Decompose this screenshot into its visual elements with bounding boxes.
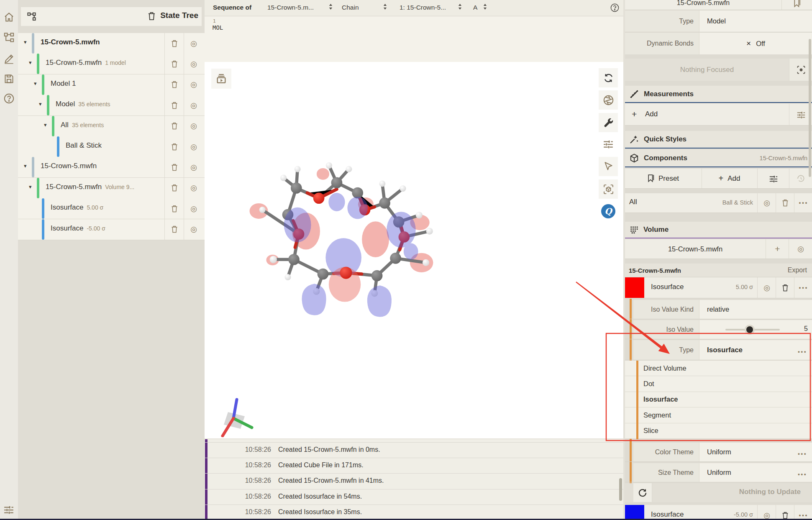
components-section-header[interactable]: Components 15-Crown-5.mwfn: [625, 149, 812, 167]
size-theme-more-button[interactable]: ●●●: [798, 470, 807, 477]
edit-icon[interactable]: [3, 53, 15, 64]
add-component-button[interactable]: + Add: [702, 169, 758, 188]
color-theme-value[interactable]: Uniform: [699, 443, 812, 461]
expand-caret-icon[interactable]: ▾: [39, 101, 42, 107]
row-label[interactable]: 15-Crown-5.mwfn: [41, 38, 103, 46]
tree-row[interactable]: Ball & Stick◎: [18, 136, 205, 157]
row-label[interactable]: 15-Crown-5.mwfn: [41, 162, 100, 170]
type-param-row[interactable]: Type Isosurface ●●●: [625, 340, 812, 360]
component-delete-button[interactable]: [776, 193, 794, 213]
volume-export-button[interactable]: Export: [788, 266, 807, 274]
viewport-3d[interactable]: Q: [205, 62, 623, 438]
updown-arrows-icon[interactable]: [329, 4, 333, 10]
sequence-mode-dropdown[interactable]: Chain: [342, 4, 359, 11]
row-visibility-button[interactable]: ◎: [184, 116, 203, 136]
iso-value-slider-knob[interactable]: [746, 326, 753, 333]
sequence-chain-dropdown[interactable]: A: [473, 4, 477, 11]
iso-value-number[interactable]: 5: [804, 325, 808, 333]
row-visibility-button[interactable]: ◎: [184, 54, 203, 74]
isosurface-more-button[interactable]: ●●●: [794, 277, 812, 298]
preset-button[interactable]: Preset: [625, 169, 702, 188]
settings-button[interactable]: [599, 134, 618, 154]
updown-arrows-icon[interactable]: [483, 4, 487, 10]
measurements-section-header[interactable]: Measurements: [625, 86, 812, 103]
expand-caret-icon[interactable]: ▾: [44, 122, 47, 128]
row-label[interactable]: 15-Crown-5.mwfn1 model: [46, 59, 126, 67]
type-param-value[interactable]: Isosurface: [699, 340, 812, 360]
type-option-dot[interactable]: Dot: [625, 376, 812, 392]
sequence-entity-dropdown[interactable]: 15-Crown-5.m...: [267, 4, 314, 11]
snapshot-button[interactable]: [211, 69, 231, 89]
row-visibility-button[interactable]: ◎: [184, 157, 203, 177]
expand-caret-icon[interactable]: ▾: [29, 184, 32, 190]
component-options-button[interactable]: [757, 169, 789, 188]
row-visibility-button[interactable]: ◎: [184, 198, 203, 219]
row-label[interactable]: Isosurface5.00 σ: [51, 203, 103, 212]
row-delete-button[interactable]: [164, 116, 184, 136]
iso-value-kind-value[interactable]: relative: [699, 300, 812, 319]
row-delete-button[interactable]: [164, 54, 184, 74]
updown-arrows-icon[interactable]: [383, 4, 387, 10]
row-label[interactable]: All35 elements: [61, 121, 104, 129]
right-panel-scrollbar[interactable]: [809, 39, 811, 177]
type-more-button[interactable]: ●●●: [798, 347, 807, 355]
save-icon[interactable]: [3, 73, 15, 85]
quick-styles-section-header[interactable]: Quick Styles: [625, 131, 812, 149]
dynamic-bonds-toggle[interactable]: × Off: [699, 33, 812, 54]
isosurface-delete-button[interactable]: [776, 277, 794, 298]
tree-row[interactable]: ▾15-Crown-5.mwfn◎: [18, 33, 205, 54]
row-delete-button[interactable]: [164, 157, 184, 177]
reset-camera-button[interactable]: [599, 68, 618, 87]
type-option-slice[interactable]: Slice: [625, 423, 812, 439]
type-option-isosurface[interactable]: Isosurface: [625, 392, 812, 407]
row-visibility-button[interactable]: ◎: [184, 74, 203, 95]
tree-row[interactable]: ▾All35 elements◎: [18, 116, 205, 137]
clear-state-trash-icon[interactable]: [148, 12, 156, 20]
row-delete-button[interactable]: [164, 95, 184, 115]
isosurface-delete-button[interactable]: [776, 505, 794, 520]
tree-row[interactable]: Isosurface-5.00 σ◎: [18, 219, 205, 240]
isosurface-negative-row[interactable]: Isosurface -5.00 σ ◎ ●●●: [625, 505, 812, 520]
component-visibility-button[interactable]: ◎: [757, 193, 776, 213]
volume-visibility-button[interactable]: ◎: [789, 239, 812, 259]
hierarchy-icon[interactable]: [3, 32, 15, 43]
expand-caret-icon[interactable]: ▾: [34, 80, 37, 87]
quick-help-button[interactable]: Q: [599, 202, 618, 221]
row-visibility-button[interactable]: ◎: [184, 219, 203, 240]
row-delete-button[interactable]: [164, 178, 184, 198]
sequence-help-icon[interactable]: [610, 3, 620, 13]
isosurface-positive-row[interactable]: Isosurface 5.00 σ ◎ ●●●: [625, 277, 812, 298]
size-theme-value[interactable]: Uniform: [699, 463, 812, 482]
row-delete-button[interactable]: [164, 33, 184, 54]
isosurface-visibility-button[interactable]: ◎: [757, 277, 776, 298]
expand-caret-icon[interactable]: ▾: [24, 163, 27, 169]
row-label[interactable]: Model35 elements: [56, 100, 110, 108]
volume-add-button[interactable]: +: [766, 239, 789, 259]
row-label[interactable]: Model 1: [51, 79, 79, 88]
settings-sliders-icon[interactable]: [3, 504, 15, 515]
row-delete-button[interactable]: [164, 219, 184, 240]
row-delete-button[interactable]: [164, 136, 184, 157]
row-delete-button[interactable]: [164, 74, 184, 95]
screenshot-button[interactable]: [599, 90, 618, 110]
focus-object-button[interactable]: [599, 179, 618, 199]
expand-caret-icon[interactable]: ▾: [29, 59, 32, 66]
type-option-direct-volume[interactable]: Direct Volume: [625, 361, 812, 376]
updown-arrows-icon[interactable]: [458, 4, 462, 10]
selection-mode-button[interactable]: [599, 157, 618, 176]
bookmark-cell[interactable]: [781, 0, 812, 10]
tree-row[interactable]: ▾15-Crown-5.mwfnVolume 9...◎: [18, 178, 205, 199]
volume-source-name[interactable]: 15-Crown-5.mwfn: [625, 239, 766, 259]
tree-row[interactable]: ▾Model 1◎: [18, 74, 205, 95]
row-label[interactable]: Ball & Stick: [66, 141, 105, 150]
tree-row[interactable]: ▾15-Crown-5.mwfn◎: [18, 157, 205, 178]
help-icon[interactable]: [3, 93, 15, 104]
row-visibility-button[interactable]: ◎: [184, 33, 203, 54]
row-visibility-button[interactable]: ◎: [184, 178, 203, 198]
isosurface-negative-swatch[interactable]: [625, 505, 644, 520]
expand-caret-icon[interactable]: ▾: [24, 39, 27, 45]
tree-row[interactable]: ▾Model35 elements◎: [18, 95, 205, 116]
component-more-button[interactable]: ●●●: [794, 193, 812, 213]
controls-button[interactable]: [599, 113, 618, 132]
measurements-add-row[interactable]: + Add: [625, 104, 812, 126]
